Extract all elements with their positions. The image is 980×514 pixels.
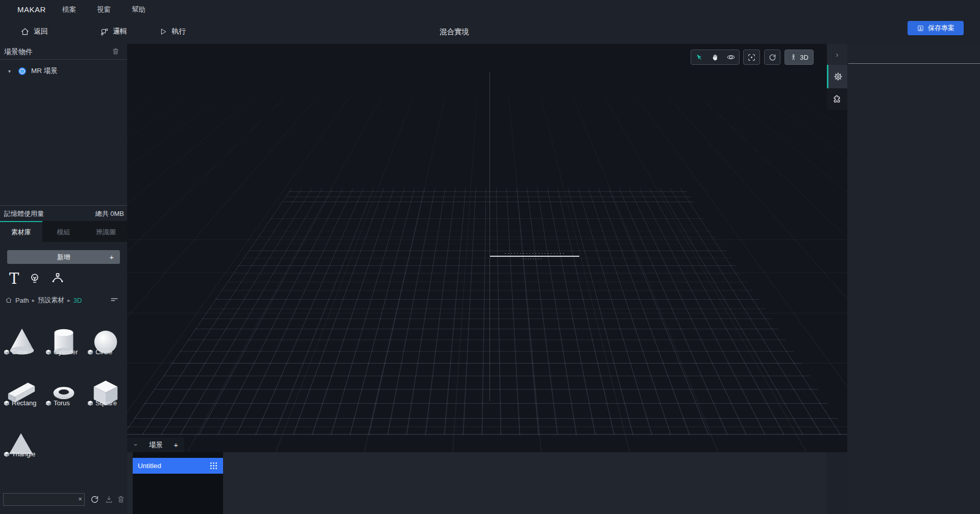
view-mode-label: 3D [800,54,808,61]
add-label: 新增 [7,250,120,264]
tree-item-mr-scene[interactable]: ▾ MR 場景 [0,64,127,78]
run-button[interactable]: 執行 [159,19,186,44]
3d-viewport[interactable]: 3D [127,44,847,452]
view-mode-3d-button[interactable]: 3D [785,50,814,65]
download-icon[interactable] [104,495,114,504]
asset-rectang[interactable]: Rectang [1,362,43,413]
cube-icon [4,400,10,406]
collapse-scenes-icon[interactable]: › [132,442,140,449]
asset-torus[interactable]: Torus [43,362,85,413]
scene-objects-header: 場景物件 [0,44,127,60]
add-asset-button[interactable]: 新增 + [7,250,120,264]
asset-name: Torus [54,399,70,407]
pan-tool-icon[interactable] [707,50,723,64]
drag-handle-icon[interactable] [209,461,218,470]
library-search-bar: × [0,492,127,507]
home-icon[interactable] [5,297,12,304]
plus-icon: + [109,250,114,264]
scene-objects-title: 場景物件 [4,44,33,59]
asset-name: Triangle [12,450,35,458]
back-button[interactable]: 返回 [20,19,48,44]
app-logo[interactable]: MAKAR [17,0,46,19]
viewport-tool-group [691,50,740,65]
asset-triangle[interactable]: Triangle [1,413,43,464]
asset-name: Square [95,399,117,407]
panel-divider [848,63,980,64]
plugins-tab[interactable] [827,88,847,110]
measure-line [490,256,579,257]
focus-frame-button[interactable] [743,50,760,65]
expander-icon[interactable]: ▾ [8,68,11,74]
text-tool-icon[interactable]: T [9,271,19,286]
breadcrumb-sep-icon: ▸ [32,297,35,304]
asset-cone[interactable]: Cone [1,311,43,362]
settings-tab[interactable] [827,65,847,88]
menu-help[interactable]: 幫助 [132,0,145,19]
memory-total-value: 總共 0MB [95,206,124,222]
save-label: 保存專案 [928,23,954,33]
search-input[interactable] [3,493,85,506]
makar-editor: MAKAR 檔案 視窗 幫助 返回 邏輯 執行 混合實境 [0,0,980,514]
person-icon [790,54,797,61]
memory-usage-label: 記憶體使用量 [4,206,44,222]
reset-view-button[interactable] [764,50,780,65]
tree-item-label: MR 場景 [31,66,58,76]
puzzle-icon [832,94,842,104]
scenes-bar: › 場景 + [127,437,184,452]
asset-name: Circle [95,348,112,356]
scenes-label: 場景 [149,437,163,452]
tab-markers[interactable]: 辨識圖 [85,221,127,242]
scene-objects-panel: 場景物件 ▾ MR 場景 記憶體使用量 總共 0MB 素材庫 模組 辨識圖 新增… [0,44,127,514]
asset-square[interactable]: Square [85,362,127,413]
menu-bar: MAKAR 檔案 視窗 幫助 [0,0,980,19]
light-tool-icon[interactable] [28,272,41,285]
asset-cylinder[interactable]: Cylinder [43,311,85,362]
run-label: 執行 [172,27,186,36]
tab-assets[interactable]: 素材庫 [0,221,42,242]
home-icon [20,27,30,36]
measure-marks [523,259,543,259]
breadcrumb: Path ▸ 預設素材 ▸ 3D [5,295,82,305]
expand-right-panel-button[interactable]: › [827,44,847,65]
back-label: 返回 [34,27,48,36]
path-tool-icon[interactable] [51,272,65,286]
cube-icon [4,451,10,457]
scene-name: Untitled [138,458,161,474]
asset-circle[interactable]: Circle [85,311,127,362]
cube-icon [45,349,52,355]
save-icon [917,25,924,32]
cube-icon [87,400,93,406]
cube-icon [4,349,10,355]
orbit-tool-icon[interactable] [723,50,739,64]
play-icon [159,28,167,36]
logic-button[interactable]: 邏輯 [100,19,127,44]
mr-scene-icon [18,67,27,76]
breadcrumb-sep-icon: ▸ [67,297,70,304]
select-tool-icon[interactable] [691,50,707,64]
breadcrumb-root[interactable]: Path [15,297,29,304]
grid-scene [127,44,847,452]
bottom-area [127,452,827,514]
cube-icon [87,349,93,355]
breadcrumb-folder[interactable]: 預設素材 [38,296,64,305]
add-scene-icon[interactable]: + [174,437,178,452]
sort-icon[interactable] [110,295,119,304]
measure-marks [505,253,566,254]
project-mode-title: 混合實境 [439,19,469,44]
asset-name: Rectang [12,399,36,407]
logic-icon [100,28,109,36]
trash-icon[interactable] [116,495,126,504]
asset-type-tools: T [9,268,65,289]
save-project-button[interactable]: 保存專案 [908,21,964,35]
delete-object-icon[interactable] [111,47,120,56]
menu-file[interactable]: 檔案 [62,0,76,19]
asset-name: Cylinder [54,348,78,356]
asset-name: Cone [12,348,28,356]
tab-modules[interactable]: 模組 [42,221,85,242]
library-tabs: 素材庫 模組 辨識圖 [0,221,127,242]
menu-window[interactable]: 視窗 [97,0,111,19]
clear-search-icon[interactable]: × [76,493,85,506]
refresh-library-icon[interactable] [90,495,100,504]
scene-item-untitled[interactable]: Untitled [133,458,223,474]
breadcrumb-current: 3D [74,297,82,304]
